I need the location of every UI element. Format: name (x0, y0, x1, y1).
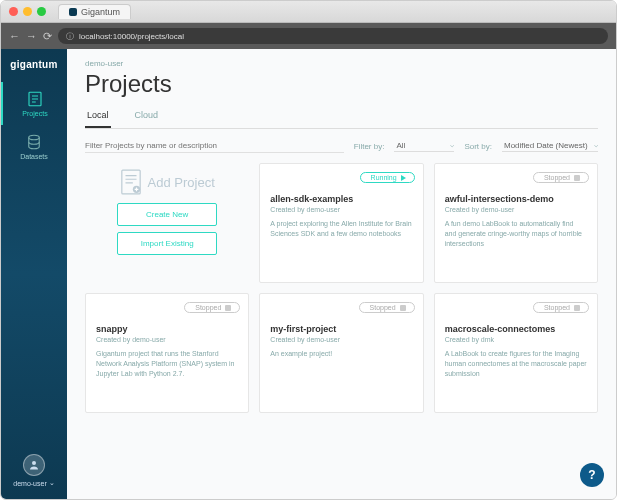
browser-toolbar: ← → ⟳ ⓘ localhost:10000/projects/local (1, 23, 616, 49)
project-name: allen-sdk-examples (270, 194, 412, 204)
project-author: Created by demo-user (445, 206, 587, 213)
browser-tab[interactable]: Gigantum (58, 4, 131, 19)
app-logo: gigantum (10, 59, 57, 70)
url-bar[interactable]: ⓘ localhost:10000/projects/local (58, 28, 608, 44)
status-badge: Stopped (533, 302, 589, 313)
search-input[interactable] (85, 139, 344, 153)
project-desc: A fun demo LabBook to automatically find… (445, 219, 587, 248)
project-name: snappy (96, 324, 238, 334)
reload-button[interactable]: ⟳ (43, 30, 52, 43)
page-tabs: Local Cloud (85, 106, 598, 129)
sidebar-item-label: Projects (22, 110, 47, 117)
status-badge: Running (360, 172, 415, 183)
sidebar-user-section[interactable]: demo-user ⌄ (13, 454, 54, 487)
chevron-down-icon: ⌄ (49, 479, 55, 487)
minimize-window-button[interactable] (23, 7, 32, 16)
project-name: my-first-project (270, 324, 412, 334)
close-window-button[interactable] (9, 7, 18, 16)
add-project-title: Add Project (148, 175, 215, 190)
stop-icon (225, 305, 231, 311)
status-label: Running (371, 174, 397, 181)
sidebar-item-datasets[interactable]: Datasets (1, 125, 67, 168)
sidebar-item-projects[interactable]: Projects (1, 82, 67, 125)
stop-icon (574, 175, 580, 181)
favicon-icon (69, 8, 77, 16)
status-label: Stopped (370, 304, 396, 311)
project-card[interactable]: Stopped awful-intersections-demo Created… (434, 163, 598, 283)
browser-tab-title: Gigantum (81, 7, 120, 17)
url-text: localhost:10000/projects/local (79, 32, 184, 41)
project-card[interactable]: Stopped snappy Created by demo-user Giga… (85, 293, 249, 413)
status-badge: Stopped (533, 172, 589, 183)
filter-label: Filter by: (354, 142, 385, 151)
status-badge: Stopped (359, 302, 415, 313)
filter-select[interactable]: All (394, 140, 454, 152)
help-button[interactable]: ? (580, 463, 604, 487)
window-titlebar: Gigantum (1, 1, 616, 23)
stop-icon (574, 305, 580, 311)
svg-point-4 (29, 135, 40, 140)
project-desc: Gigantum project that runs the Stanford … (96, 349, 238, 378)
add-project-card: Add Project Create New Import Existing (85, 163, 249, 283)
import-existing-button[interactable]: Import Existing (117, 232, 217, 255)
project-desc: A LabBook to create figures for the Imag… (445, 349, 587, 378)
sidebar: gigantum Projects Datasets demo-user (1, 49, 67, 499)
status-label: Stopped (195, 304, 221, 311)
project-author: Created by demo-user (270, 206, 412, 213)
project-card[interactable]: Running allen-sdk-examples Created by de… (259, 163, 423, 283)
status-badge: Stopped (184, 302, 240, 313)
projects-icon (26, 90, 44, 108)
project-desc: An example project! (270, 349, 412, 359)
project-author: Created by demo-user (270, 336, 412, 343)
stop-icon (400, 305, 406, 311)
play-icon (401, 175, 406, 181)
datasets-icon (25, 133, 43, 151)
maximize-window-button[interactable] (37, 7, 46, 16)
status-label: Stopped (544, 174, 570, 181)
tab-local[interactable]: Local (85, 106, 111, 128)
project-card[interactable]: Stopped my-first-project Created by demo… (259, 293, 423, 413)
project-name: macroscale-connectomes (445, 324, 587, 334)
project-author: Created by demo-user (96, 336, 238, 343)
project-card[interactable]: Stopped macroscale-connectomes Created b… (434, 293, 598, 413)
create-new-button[interactable]: Create New (117, 203, 217, 226)
project-name: awful-intersections-demo (445, 194, 587, 204)
sort-select[interactable]: Modified Date (Newest) (502, 140, 598, 152)
forward-button[interactable]: → (26, 30, 37, 42)
svg-point-5 (32, 461, 36, 465)
traffic-lights (9, 7, 46, 16)
sidebar-item-label: Datasets (20, 153, 48, 160)
sort-label: Sort by: (464, 142, 492, 151)
sidebar-username: demo-user (13, 480, 46, 487)
status-label: Stopped (544, 304, 570, 311)
back-button[interactable]: ← (9, 30, 20, 42)
info-icon: ⓘ (66, 31, 74, 42)
project-desc: A project exploring the Allen Institute … (270, 219, 412, 239)
tab-cloud[interactable]: Cloud (133, 106, 161, 128)
page-title: Projects (85, 70, 598, 98)
add-project-icon (120, 169, 142, 195)
breadcrumb: demo-user (85, 59, 598, 68)
main-content: demo-user Projects Local Cloud Filter by… (67, 49, 616, 499)
avatar (23, 454, 45, 476)
project-author: Created by dmk (445, 336, 587, 343)
